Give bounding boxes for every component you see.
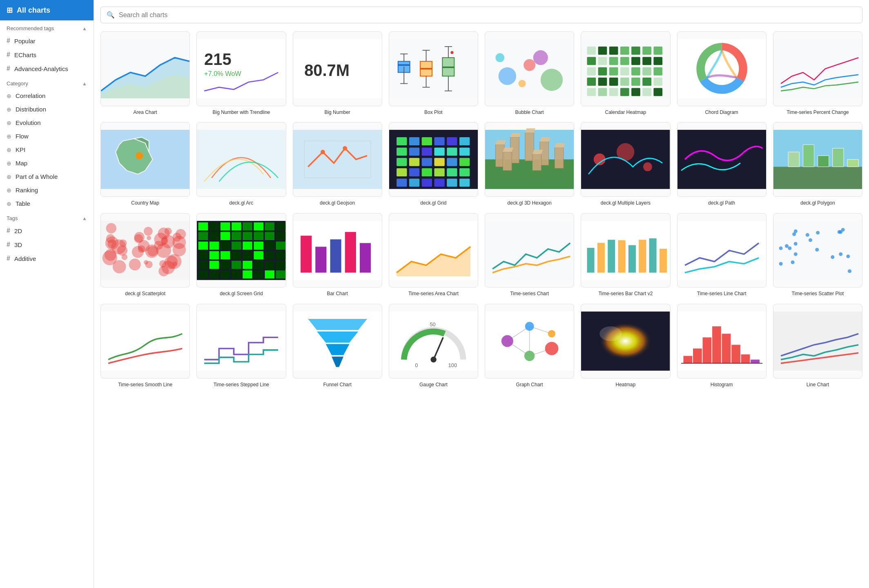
chart-label: Time-series Percent Change — [787, 109, 849, 116]
svg-rect-121 — [555, 148, 564, 169]
chart-card-deckgl-screengrid[interactable]: deck.gl Screen Grid — [196, 213, 286, 297]
svg-rect-108 — [459, 158, 470, 166]
chart-card-deckgl-arc[interactable]: deck.gl Arc — [196, 122, 286, 206]
svg-rect-191 — [209, 261, 219, 269]
svg-point-173 — [129, 258, 141, 270]
chart-card-heatmap[interactable]: Heatmap — [581, 304, 670, 388]
chart-card-timeseries-smooth[interactable]: Time-series Smooth Line — [100, 304, 190, 388]
chart-card-timeseries-bar[interactable]: Time-series Bar Chart v2 — [581, 213, 670, 297]
category-map[interactable]: ⊕Map — [0, 156, 94, 170]
svg-rect-56 — [631, 47, 640, 55]
chart-label: deck.gl Geojson — [320, 200, 355, 207]
svg-point-289 — [525, 322, 534, 331]
svg-rect-63 — [643, 67, 652, 76]
category-icon: ⊕ — [7, 106, 11, 113]
search-bar[interactable]: 🔍 — [100, 7, 862, 23]
chart-thumbnail — [485, 304, 574, 379]
svg-rect-49 — [609, 78, 618, 86]
svg-rect-50 — [609, 88, 618, 96]
svg-rect-185 — [198, 261, 208, 269]
chart-card-timeseries-scatter[interactable]: Time-series Scatter Plot — [773, 213, 862, 297]
svg-rect-62 — [643, 57, 652, 65]
chart-card-deckgl-grid[interactable]: deck.gl Grid — [389, 122, 478, 206]
category-label: Part of a Whole — [16, 173, 58, 180]
chart-card-deckgl-multi[interactable]: deck.gl Multiple Layers — [581, 122, 670, 206]
chart-card-chord[interactable]: Chord Diagram — [677, 31, 767, 116]
chart-card-deckgl-3dhex[interactable]: deck.gl 3D Hexagon — [485, 122, 574, 206]
chart-card-bignumber[interactable]: 80.7M Big Number — [293, 31, 382, 116]
category-icon: ⊕ — [7, 93, 11, 99]
grid-icon: ⊞ — [7, 6, 13, 15]
all-charts-nav[interactable]: ⊞ All charts — [0, 0, 94, 20]
svg-marker-114 — [495, 140, 506, 145]
chart-thumbnail — [773, 31, 862, 106]
svg-marker-272 — [308, 319, 367, 330]
sidebar-tag-popular[interactable]: #Popular — [0, 34, 94, 48]
svg-rect-208 — [243, 251, 252, 259]
svg-rect-105 — [447, 179, 457, 187]
category-evolution[interactable]: ⊕Evolution — [0, 116, 94, 129]
chart-card-timeseries-line[interactable]: Time-series Line Chart — [677, 213, 767, 297]
svg-rect-300 — [712, 326, 721, 363]
sidebar-tag-advanced-analytics[interactable]: #Advanced-Analytics — [0, 62, 94, 76]
svg-point-255 — [816, 231, 820, 234]
category-flow[interactable]: ⊕Flow — [0, 129, 94, 143]
svg-point-159 — [147, 236, 151, 240]
category-correlation[interactable]: ⊕Correlation — [0, 89, 94, 102]
chart-card-funnel[interactable]: Funnel Chart — [293, 304, 382, 388]
chart-card-graph[interactable]: Graph Chart — [485, 304, 574, 388]
chart-card-line[interactable]: Line Chart — [773, 304, 862, 388]
sidebar-tag-echarts[interactable]: #ECharts — [0, 48, 94, 62]
svg-rect-243 — [628, 245, 636, 272]
svg-rect-298 — [693, 348, 702, 363]
chart-card-deckgl-scatter[interactable]: deck.gl Scatterplot — [100, 213, 190, 297]
svg-rect-85 — [397, 179, 407, 187]
svg-point-179 — [105, 236, 119, 250]
chart-card-bubble[interactable]: Bubble Chart — [485, 31, 574, 116]
chart-card-deckgl-path[interactable]: deck.gl Path — [677, 122, 767, 206]
svg-point-290 — [524, 351, 535, 361]
chart-thumbnail — [581, 304, 670, 379]
chart-card-gauge[interactable]: 0 50 100 Gauge Chart — [389, 304, 478, 388]
chart-card-countrymap[interactable]: Country Map — [100, 122, 190, 206]
category-ranking[interactable]: ⊕Ranking — [0, 183, 94, 197]
svg-point-288 — [501, 335, 513, 347]
chart-card-deckgl-geojson[interactable]: deck.gl Geojson — [293, 122, 382, 206]
category-kpi[interactable]: ⊕KPI — [0, 143, 94, 156]
tag-additive[interactable]: #Additive — [0, 252, 94, 265]
category-table[interactable]: ⊕Table — [0, 197, 94, 210]
tag-3d[interactable]: #3D — [0, 238, 94, 252]
chart-label: Time-series Stepped Line — [214, 382, 269, 388]
chart-card-bar[interactable]: Bar Chart — [293, 213, 382, 297]
tag-2d[interactable]: #2D — [0, 224, 94, 238]
svg-rect-222 — [265, 270, 275, 278]
category-label: KPI — [16, 146, 25, 153]
chart-thumbnail — [389, 31, 478, 106]
svg-rect-224 — [276, 232, 286, 240]
chart-card-histogram[interactable]: Histogram — [677, 304, 767, 388]
chart-thumbnail — [677, 31, 767, 106]
chart-card-bignumber-trend[interactable]: 215 +7.0% WoW Big Number with Trendline — [196, 31, 286, 116]
chart-card-timeseries-area[interactable]: Time-series Area Chart — [389, 213, 478, 297]
svg-point-163 — [106, 223, 116, 233]
chart-card-area[interactable]: Area Chart — [100, 31, 190, 116]
chart-card-timeseries-stepped[interactable]: Time-series Stepped Line — [196, 304, 286, 388]
svg-marker-116 — [510, 133, 521, 137]
chart-thumbnail — [677, 122, 767, 197]
chart-card-deckgl-polygon[interactable]: deck.gl Polygon — [773, 122, 862, 206]
chart-card-boxplot[interactable]: Box Plot — [389, 31, 478, 116]
svg-rect-183 — [198, 241, 208, 249]
category-part-of-a-whole[interactable]: ⊕Part of a Whole — [0, 170, 94, 183]
category-icon: ⊕ — [7, 187, 11, 194]
chart-card-timeseries[interactable]: Time-series Chart — [485, 213, 574, 297]
category-label: Table — [16, 200, 30, 207]
chart-card-calendar[interactable]: Calendar Heatmap — [581, 31, 670, 116]
svg-rect-228 — [276, 270, 286, 278]
svg-rect-87 — [409, 148, 419, 156]
svg-point-172 — [158, 227, 169, 239]
search-input[interactable] — [119, 11, 856, 19]
category-distribution[interactable]: ⊕Distribution — [0, 102, 94, 116]
chart-thumbnail — [293, 304, 382, 379]
chart-card-timeseries-pct[interactable]: Time-series Percent Change — [773, 31, 862, 116]
chart-label: Big Number — [324, 109, 350, 116]
